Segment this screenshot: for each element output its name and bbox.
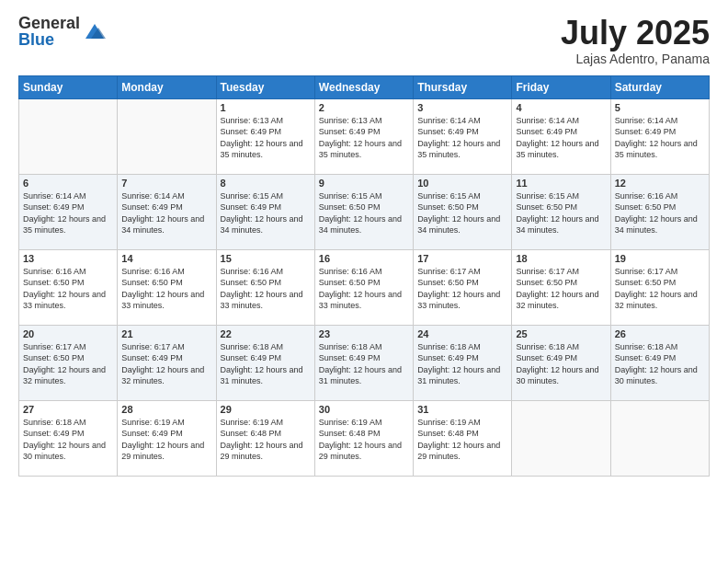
calendar-cell (19, 98, 118, 174)
day-info: Sunrise: 6:17 AM Sunset: 6:50 PM Dayligh… (615, 266, 705, 312)
day-number: 12 (615, 178, 705, 189)
day-number: 19 (615, 253, 705, 264)
logo-blue: Blue (18, 31, 80, 48)
day-number: 3 (417, 102, 507, 113)
day-info: Sunrise: 6:16 AM Sunset: 6:50 PM Dayligh… (121, 266, 211, 312)
calendar-cell: 18Sunrise: 6:17 AM Sunset: 6:50 PM Dayli… (512, 249, 610, 325)
month-title: July 2025 (561, 15, 710, 52)
day-info: Sunrise: 6:18 AM Sunset: 6:49 PM Dayligh… (319, 341, 409, 387)
week-row-4: 20Sunrise: 6:17 AM Sunset: 6:50 PM Dayli… (19, 325, 710, 400)
logo: General Blue (18, 15, 108, 48)
calendar: Sunday Monday Tuesday Wednesday Thursday… (18, 75, 710, 477)
calendar-cell: 3Sunrise: 6:14 AM Sunset: 6:49 PM Daylig… (414, 98, 512, 174)
calendar-cell: 25Sunrise: 6:18 AM Sunset: 6:49 PM Dayli… (512, 325, 610, 400)
calendar-cell (512, 400, 610, 476)
day-number: 28 (121, 404, 211, 415)
day-number: 17 (417, 253, 507, 264)
calendar-cell (118, 98, 216, 174)
calendar-cell: 16Sunrise: 6:16 AM Sunset: 6:50 PM Dayli… (314, 249, 413, 325)
calendar-cell: 6Sunrise: 6:14 AM Sunset: 6:49 PM Daylig… (19, 174, 118, 249)
calendar-header-row: Sunday Monday Tuesday Wednesday Thursday… (19, 75, 710, 98)
day-info: Sunrise: 6:14 AM Sunset: 6:49 PM Dayligh… (615, 115, 705, 161)
day-number: 9 (319, 178, 409, 189)
logo-icon (82, 18, 108, 44)
day-number: 29 (221, 404, 311, 415)
day-number: 16 (319, 253, 409, 264)
day-info: Sunrise: 6:15 AM Sunset: 6:50 PM Dayligh… (516, 190, 606, 236)
day-info: Sunrise: 6:15 AM Sunset: 6:50 PM Dayligh… (319, 190, 409, 236)
location: Lajas Adentro, Panama (561, 52, 710, 66)
logo-text: General Blue (18, 15, 80, 48)
day-number: 27 (23, 404, 113, 415)
day-info: Sunrise: 6:16 AM Sunset: 6:50 PM Dayligh… (221, 266, 311, 312)
calendar-cell: 2Sunrise: 6:13 AM Sunset: 6:49 PM Daylig… (314, 98, 413, 174)
day-info: Sunrise: 6:17 AM Sunset: 6:50 PM Dayligh… (417, 266, 507, 312)
calendar-cell: 11Sunrise: 6:15 AM Sunset: 6:50 PM Dayli… (512, 174, 610, 249)
header: General Blue July 2025 Lajas Adentro, Pa… (18, 15, 710, 66)
calendar-cell: 21Sunrise: 6:17 AM Sunset: 6:49 PM Dayli… (118, 325, 216, 400)
day-number: 15 (221, 253, 311, 264)
calendar-cell: 27Sunrise: 6:18 AM Sunset: 6:49 PM Dayli… (19, 400, 118, 476)
calendar-cell: 28Sunrise: 6:19 AM Sunset: 6:49 PM Dayli… (118, 400, 216, 476)
day-info: Sunrise: 6:16 AM Sunset: 6:50 PM Dayligh… (23, 266, 113, 312)
day-number: 11 (516, 178, 606, 189)
week-row-2: 6Sunrise: 6:14 AM Sunset: 6:49 PM Daylig… (19, 174, 710, 249)
day-number: 5 (615, 102, 705, 113)
day-number: 2 (319, 102, 409, 113)
calendar-cell (610, 400, 709, 476)
calendar-cell: 19Sunrise: 6:17 AM Sunset: 6:50 PM Dayli… (610, 249, 709, 325)
calendar-cell: 8Sunrise: 6:15 AM Sunset: 6:49 PM Daylig… (216, 174, 314, 249)
calendar-cell: 24Sunrise: 6:18 AM Sunset: 6:49 PM Dayli… (414, 325, 512, 400)
day-info: Sunrise: 6:18 AM Sunset: 6:49 PM Dayligh… (516, 341, 606, 387)
calendar-cell: 31Sunrise: 6:19 AM Sunset: 6:48 PM Dayli… (414, 400, 512, 476)
day-info: Sunrise: 6:13 AM Sunset: 6:49 PM Dayligh… (319, 115, 409, 161)
day-info: Sunrise: 6:14 AM Sunset: 6:49 PM Dayligh… (121, 190, 211, 236)
col-wednesday: Wednesday (314, 75, 413, 98)
day-info: Sunrise: 6:18 AM Sunset: 6:49 PM Dayligh… (23, 417, 113, 463)
day-info: Sunrise: 6:14 AM Sunset: 6:49 PM Dayligh… (516, 115, 606, 161)
day-info: Sunrise: 6:16 AM Sunset: 6:50 PM Dayligh… (319, 266, 409, 312)
calendar-cell: 12Sunrise: 6:16 AM Sunset: 6:50 PM Dayli… (610, 174, 709, 249)
day-number: 14 (121, 253, 211, 264)
day-number: 6 (23, 178, 113, 189)
day-info: Sunrise: 6:18 AM Sunset: 6:49 PM Dayligh… (615, 341, 705, 387)
col-saturday: Saturday (610, 75, 709, 98)
week-row-3: 13Sunrise: 6:16 AM Sunset: 6:50 PM Dayli… (19, 249, 710, 325)
calendar-cell: 26Sunrise: 6:18 AM Sunset: 6:49 PM Dayli… (610, 325, 709, 400)
day-info: Sunrise: 6:17 AM Sunset: 6:49 PM Dayligh… (121, 341, 211, 387)
title-section: July 2025 Lajas Adentro, Panama (561, 15, 710, 66)
day-number: 21 (121, 328, 211, 339)
week-row-5: 27Sunrise: 6:18 AM Sunset: 6:49 PM Dayli… (19, 400, 710, 476)
day-info: Sunrise: 6:13 AM Sunset: 6:49 PM Dayligh… (221, 115, 311, 161)
day-info: Sunrise: 6:14 AM Sunset: 6:49 PM Dayligh… (417, 115, 507, 161)
calendar-cell: 10Sunrise: 6:15 AM Sunset: 6:50 PM Dayli… (414, 174, 512, 249)
calendar-cell: 17Sunrise: 6:17 AM Sunset: 6:50 PM Dayli… (414, 249, 512, 325)
calendar-cell: 4Sunrise: 6:14 AM Sunset: 6:49 PM Daylig… (512, 98, 610, 174)
day-info: Sunrise: 6:16 AM Sunset: 6:50 PM Dayligh… (615, 190, 705, 236)
day-info: Sunrise: 6:18 AM Sunset: 6:49 PM Dayligh… (417, 341, 507, 387)
day-number: 20 (23, 328, 113, 339)
day-number: 1 (221, 102, 311, 113)
day-number: 18 (516, 253, 606, 264)
calendar-cell: 13Sunrise: 6:16 AM Sunset: 6:50 PM Dayli… (19, 249, 118, 325)
day-number: 22 (221, 328, 311, 339)
col-sunday: Sunday (19, 75, 118, 98)
calendar-cell: 22Sunrise: 6:18 AM Sunset: 6:49 PM Dayli… (216, 325, 314, 400)
day-number: 4 (516, 102, 606, 113)
calendar-cell: 14Sunrise: 6:16 AM Sunset: 6:50 PM Dayli… (118, 249, 216, 325)
page: General Blue July 2025 Lajas Adentro, Pa… (0, 0, 728, 563)
col-thursday: Thursday (414, 75, 512, 98)
day-number: 8 (221, 178, 311, 189)
day-info: Sunrise: 6:19 AM Sunset: 6:48 PM Dayligh… (319, 417, 409, 463)
day-number: 13 (23, 253, 113, 264)
day-info: Sunrise: 6:14 AM Sunset: 6:49 PM Dayligh… (23, 190, 113, 236)
day-info: Sunrise: 6:19 AM Sunset: 6:49 PM Dayligh… (121, 417, 211, 463)
calendar-cell: 23Sunrise: 6:18 AM Sunset: 6:49 PM Dayli… (314, 325, 413, 400)
calendar-cell: 15Sunrise: 6:16 AM Sunset: 6:50 PM Dayli… (216, 249, 314, 325)
day-number: 31 (417, 404, 507, 415)
week-row-1: 1Sunrise: 6:13 AM Sunset: 6:49 PM Daylig… (19, 98, 710, 174)
day-number: 25 (516, 328, 606, 339)
calendar-cell: 29Sunrise: 6:19 AM Sunset: 6:48 PM Dayli… (216, 400, 314, 476)
logo-general: General (18, 15, 80, 31)
day-number: 24 (417, 328, 507, 339)
